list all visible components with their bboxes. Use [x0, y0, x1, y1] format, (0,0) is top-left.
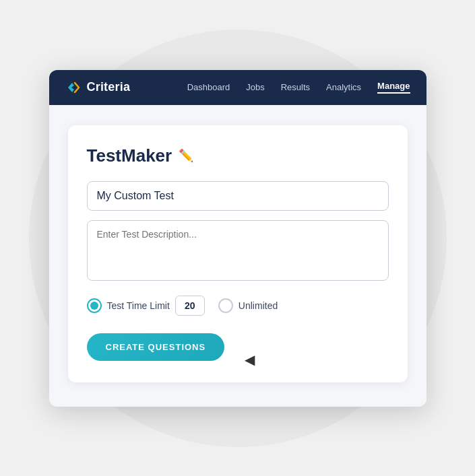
nav-dashboard[interactable]: Dashboard — [187, 82, 230, 92]
navbar: Criteria Dashboard Jobs Results Analytic… — [49, 70, 426, 105]
testmaker-card: TestMaker ✏️ Test Time Limit — [68, 125, 408, 382]
nav-results[interactable]: Results — [281, 82, 310, 92]
nav-jobs[interactable]: Jobs — [246, 82, 264, 92]
time-limit-input[interactable] — [175, 296, 205, 316]
main-content: TestMaker ✏️ Test Time Limit — [49, 105, 426, 407]
logo-area: Criteria — [65, 80, 131, 95]
unlimited-option: Unlimited — [218, 298, 278, 313]
options-row: Test Time Limit Unlimited — [87, 296, 389, 316]
unlimited-radio[interactable] — [218, 298, 233, 313]
create-questions-button[interactable]: CREATE QUESTIONS — [87, 333, 225, 361]
test-name-input[interactable] — [87, 181, 389, 211]
radio-inner — [90, 302, 98, 310]
time-limit-option: Test Time Limit — [87, 296, 205, 316]
nav-links: Dashboard Jobs Results Analytics Manage — [187, 81, 410, 94]
criteria-logo-icon — [65, 80, 83, 95]
time-limit-label: Test Time Limit — [107, 300, 170, 311]
description-textarea[interactable] — [87, 220, 389, 281]
unlimited-label: Unlimited — [239, 300, 278, 311]
time-limit-radio[interactable] — [87, 298, 102, 313]
nav-analytics[interactable]: Analytics — [326, 82, 361, 92]
logo-text: Criteria — [87, 80, 131, 94]
outer-circle: Criteria Dashboard Jobs Results Analytic… — [29, 30, 447, 447]
card-title: TestMaker — [87, 145, 172, 166]
nav-manage[interactable]: Manage — [377, 81, 410, 94]
edit-icon[interactable]: ✏️ — [179, 148, 193, 163]
card-title-row: TestMaker ✏️ — [87, 145, 389, 166]
browser-window: Criteria Dashboard Jobs Results Analytic… — [49, 70, 426, 407]
